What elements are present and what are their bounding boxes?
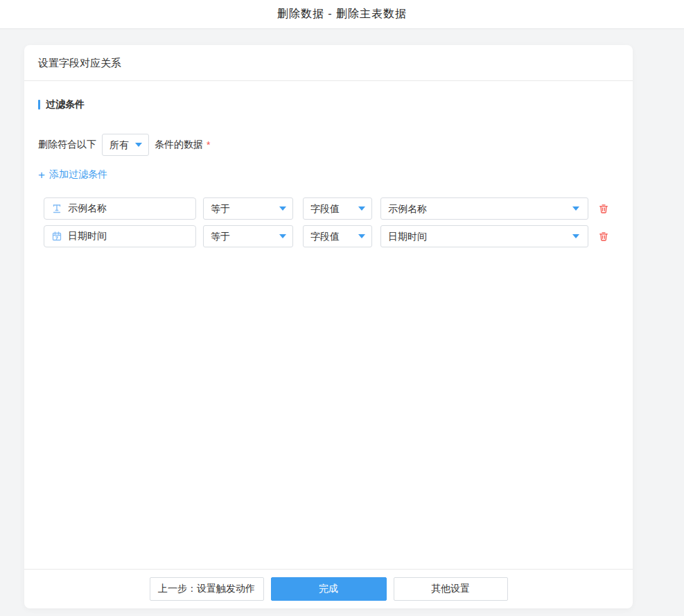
chevron-down-icon [572,206,579,211]
filter-condition-list: 示例名称 等于 字段值 示例名称 [44,197,619,247]
chevron-down-icon [572,234,579,238]
value-type-value: 字段值 [310,231,340,242]
match-prefix-label: 删除符合以下 [38,139,96,151]
chevron-down-icon [279,206,286,211]
match-mode-value: 所有 [109,139,129,150]
trash-icon [598,203,609,214]
operator-select[interactable]: 等于 [203,225,293,247]
operator-select[interactable]: 等于 [203,197,293,220]
filter-condition-row: 示例名称 等于 字段值 示例名称 [44,197,619,220]
dialog-header: 删除数据 - 删除主表数据 [0,0,684,29]
add-filter-condition-label: 添加过滤条件 [49,168,107,181]
value-type-value: 字段值 [310,203,340,214]
field-select[interactable]: 日期时间 [44,225,196,247]
text-field-icon [51,203,62,214]
finish-button[interactable]: 完成 [271,577,387,601]
panel-footer: 上一步：设置触发动作 完成 其他设置 [24,569,633,608]
match-suffix-label: 条件的数据 [155,139,203,151]
add-filter-condition-link[interactable]: + 添加过滤条件 [38,168,107,181]
panel-title: 设置字段对应关系 [24,45,633,81]
chevron-down-icon [358,234,365,238]
value-value: 示例名称 [388,203,427,214]
delete-condition-button[interactable] [597,230,610,243]
value-value: 日期时间 [388,231,427,242]
calendar-icon [51,231,62,242]
delete-condition-button[interactable] [597,202,610,215]
value-select[interactable]: 日期时间 [380,225,588,247]
field-name: 示例名称 [68,202,107,215]
match-mode-row: 删除符合以下 所有 条件的数据 * [38,134,619,156]
chevron-down-icon [135,143,142,147]
settings-panel: 设置字段对应关系 过滤条件 删除符合以下 所有 条件的数据 * + 添加过滤条件 [24,45,633,608]
operator-value: 等于 [211,203,230,214]
dialog-title: 删除数据 - 删除主表数据 [277,7,407,21]
field-name: 日期时间 [68,230,107,243]
operator-value: 等于 [211,231,230,242]
chevron-down-icon [279,234,286,238]
previous-step-button[interactable]: 上一步：设置触发动作 [150,577,264,601]
value-type-select[interactable]: 字段值 [303,197,372,220]
filter-condition-row: 日期时间 等于 字段值 日期时间 [44,225,619,247]
trash-icon [598,231,609,242]
panel-body: 过滤条件 删除符合以下 所有 条件的数据 * + 添加过滤条件 [24,98,633,247]
plus-icon: + [38,169,45,181]
field-select[interactable]: 示例名称 [44,197,196,220]
chevron-down-icon [358,206,365,211]
section-accent-bar [38,100,40,109]
value-select[interactable]: 示例名称 [380,197,588,220]
filter-section-title: 过滤条件 [38,98,619,111]
other-settings-button[interactable]: 其他设置 [394,577,508,601]
filter-section-heading: 过滤条件 [46,98,85,111]
value-type-select[interactable]: 字段值 [303,225,372,247]
required-asterisk: * [207,139,210,150]
match-mode-select[interactable]: 所有 [102,134,149,156]
